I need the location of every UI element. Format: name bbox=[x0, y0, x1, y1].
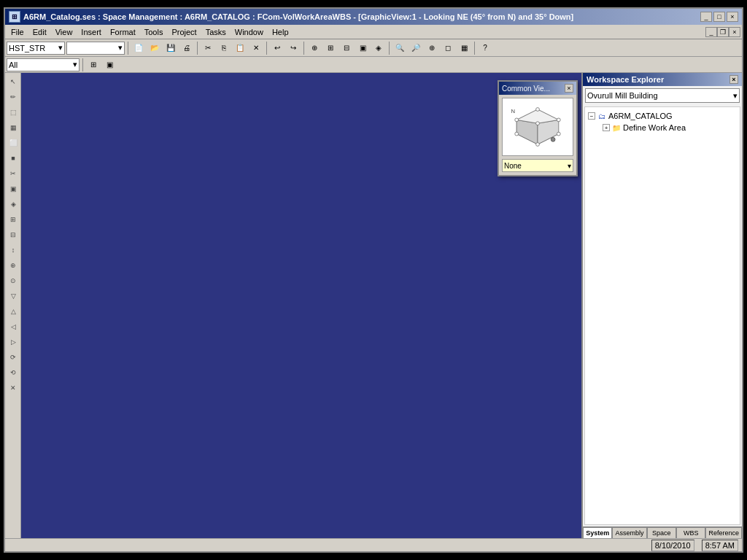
left-tool[interactable]: ◁ bbox=[6, 319, 20, 334]
ws-tab-wbs[interactable]: WBS bbox=[676, 527, 705, 538]
toolbar-secondary-dropdown[interactable]: ▾ bbox=[66, 42, 125, 55]
tree-children: + 📁 Define Work Area bbox=[603, 122, 737, 133]
subtract-tool[interactable]: ⊟ bbox=[6, 228, 20, 242]
tree-child-expand-0[interactable]: + bbox=[603, 124, 610, 131]
svg-point-15 bbox=[551, 137, 555, 141]
view2-btn[interactable]: ▦ bbox=[457, 41, 471, 55]
window-title: A6RM_Catalog.ses : Space Management : A6… bbox=[23, 12, 573, 21]
select2-tool[interactable]: ▣ bbox=[6, 182, 20, 196]
paste-btn[interactable]: 📋 bbox=[233, 41, 247, 55]
rotate-ccw-tool[interactable]: ⟲ bbox=[6, 365, 20, 380]
circle-tool[interactable]: ⊙ bbox=[6, 273, 20, 288]
delete-btn[interactable]: ✕ bbox=[249, 41, 263, 55]
edit-tool[interactable]: ✏ bbox=[6, 90, 20, 104]
inner-restore-button[interactable]: ❐ bbox=[717, 27, 729, 37]
fill-tool[interactable]: ■ bbox=[6, 151, 20, 166]
menu-project[interactable]: Project bbox=[167, 26, 201, 38]
close-button[interactable]: × bbox=[727, 12, 738, 22]
redo-btn[interactable]: ↪ bbox=[286, 41, 301, 55]
current-view-dropdown[interactable]: None ▾ bbox=[502, 159, 573, 172]
print-btn[interactable]: 🖨 bbox=[179, 41, 194, 55]
draw-rect-tool[interactable]: ⬚ bbox=[6, 105, 20, 120]
new-btn[interactable]: 📄 bbox=[131, 41, 146, 55]
close-tool[interactable]: ✕ bbox=[6, 381, 20, 395]
menu-bar: File Edit View Insert Format Tools Proje… bbox=[5, 25, 742, 39]
tree-child-label-0: Define Work Area bbox=[623, 123, 686, 132]
tool1-btn[interactable]: ⊕ bbox=[307, 41, 322, 55]
tree-root-expand[interactable]: − bbox=[588, 112, 595, 120]
add-tool[interactable]: ⊕ bbox=[6, 258, 20, 273]
status-bar: 8/10/2010 8:57 AM bbox=[5, 538, 742, 551]
menu-insert[interactable]: Insert bbox=[77, 26, 106, 38]
view1-btn[interactable]: ◻ bbox=[441, 41, 455, 55]
arrange-tool[interactable]: ⊞ bbox=[6, 212, 20, 227]
tree-child-item-0[interactable]: + 📁 Define Work Area bbox=[603, 122, 737, 133]
resize-tool[interactable]: ↕ bbox=[6, 243, 20, 257]
menu-tools[interactable]: Tools bbox=[140, 26, 168, 38]
title-bar-buttons: _ □ × bbox=[700, 12, 738, 22]
tree-root-item[interactable]: − 🗂 A6RM_CATALOG bbox=[588, 110, 737, 122]
graphic-view[interactable]: Common Vie... × bbox=[21, 73, 581, 538]
select-tool[interactable]: ↖ bbox=[6, 74, 20, 89]
measure-tool[interactable]: ◈ bbox=[6, 197, 20, 211]
left-toolbar: ↖ ✏ ⬚ ▦ ⬜ ■ ✂ ▣ ◈ ⊞ ⊟ ↕ ⊕ ⊙ ▽ △ ◁ ▷ ⟳ ⟲ … bbox=[5, 73, 21, 538]
ws-close-button[interactable]: × bbox=[729, 75, 738, 84]
main-content: ↖ ✏ ⬚ ▦ ⬜ ■ ✂ ▣ ◈ ⊞ ⊟ ↕ ⊕ ⊙ ▽ △ ◁ ▷ ⟳ ⟲ … bbox=[5, 73, 742, 538]
help-btn[interactable]: ? bbox=[478, 41, 492, 55]
filter2-btn[interactable]: ▣ bbox=[102, 58, 117, 72]
cut-btn[interactable]: ✂ bbox=[201, 41, 215, 55]
inner-minimize-button[interactable]: _ bbox=[705, 27, 717, 37]
tool4-btn[interactable]: ▣ bbox=[355, 41, 370, 55]
menu-window[interactable]: Window bbox=[231, 26, 268, 38]
filter1-btn[interactable]: ⊞ bbox=[86, 58, 101, 72]
save-btn[interactable]: 💾 bbox=[163, 41, 178, 55]
undo-btn[interactable]: ↩ bbox=[270, 41, 285, 55]
filter-dropdown[interactable]: All ▾ bbox=[7, 58, 80, 71]
ws-title: Workspace Explorer bbox=[587, 75, 664, 84]
dialog-close-button[interactable]: × bbox=[565, 84, 573, 93]
svg-point-7 bbox=[515, 118, 519, 122]
tool2-btn[interactable]: ⊞ bbox=[323, 41, 338, 55]
inner-close-button[interactable]: × bbox=[729, 27, 740, 37]
zoom1-btn[interactable]: 🔍 bbox=[392, 41, 407, 55]
menu-tasks[interactable]: Tasks bbox=[201, 26, 231, 38]
ws-tab-assembly[interactable]: Assembly bbox=[612, 527, 646, 538]
tool5-btn[interactable]: ◈ bbox=[371, 41, 386, 55]
workspace-panel: Workspace Explorer × Ovurull Mill Buildi… bbox=[581, 73, 742, 538]
dialog-title-bar: Common Vie... × bbox=[499, 82, 576, 95]
hst-str-dropdown[interactable]: HST_STR ▾ bbox=[7, 42, 65, 55]
ws-dropdown-arrow: ▾ bbox=[733, 91, 738, 101]
menu-format[interactable]: Format bbox=[106, 26, 140, 38]
menu-edit[interactable]: Edit bbox=[28, 26, 51, 38]
rotate-cw-tool[interactable]: ⟳ bbox=[6, 350, 20, 365]
scissors-tool[interactable]: ✂ bbox=[6, 166, 20, 181]
grid-tool[interactable]: ▦ bbox=[6, 120, 20, 135]
maximize-button[interactable]: □ bbox=[713, 12, 725, 22]
separator-4 bbox=[303, 42, 304, 55]
minimize-button[interactable]: _ bbox=[700, 12, 712, 22]
tool3-btn[interactable]: ⊟ bbox=[339, 41, 354, 55]
ws-tab-space[interactable]: Space bbox=[647, 527, 676, 538]
zoom3-btn[interactable]: ⊕ bbox=[425, 41, 439, 55]
menu-help[interactable]: Help bbox=[268, 26, 293, 38]
tree-root-label: A6RM_CATALOG bbox=[608, 112, 673, 120]
ws-building-dropdown[interactable]: Ovurull Mill Building ▾ bbox=[585, 88, 740, 103]
down-tool[interactable]: ▽ bbox=[6, 289, 20, 303]
right-tool[interactable]: ▷ bbox=[6, 335, 20, 349]
app-icon: ⊞ bbox=[9, 11, 20, 23]
svg-point-10 bbox=[515, 132, 519, 136]
copy-btn[interactable]: ⎘ bbox=[217, 41, 231, 55]
ws-tab-system[interactable]: System bbox=[583, 527, 612, 538]
status-date: 8/10/2010 bbox=[651, 540, 694, 551]
up-tool[interactable]: △ bbox=[6, 304, 20, 319]
toolbar-row-1: HST_STR ▾ ▾ 📄 📂 💾 🖨 ✂ ⎘ 📋 ✕ ↩ ↪ ⊕ ⊞ ⊟ ▣ … bbox=[5, 39, 742, 57]
zoom2-btn[interactable]: 🔎 bbox=[409, 41, 423, 55]
dialog-title: Common Vie... bbox=[502, 85, 550, 93]
svg-point-12 bbox=[557, 132, 560, 136]
ws-tab-reference[interactable]: Reference bbox=[705, 527, 742, 538]
menu-file[interactable]: File bbox=[7, 26, 28, 38]
svg-marker-4 bbox=[516, 120, 538, 144]
menu-view[interactable]: View bbox=[51, 26, 77, 38]
box-tool[interactable]: ⬜ bbox=[6, 136, 20, 150]
open-btn[interactable]: 📂 bbox=[147, 41, 162, 55]
